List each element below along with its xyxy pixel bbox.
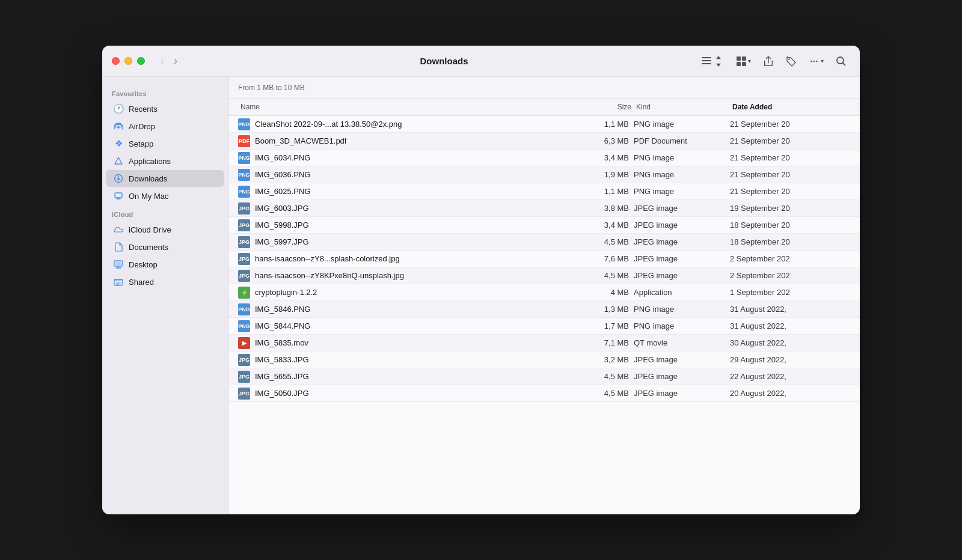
file-name: IMG_6034.PNG [255,153,311,162]
file-type-icon: JPG [238,219,250,231]
sidebar-item-applications[interactable]: Applications [106,153,224,169]
table-row[interactable]: PDF Boom_3D_MACWEB1.pdf 6,3 MB PDF Docum… [228,133,860,150]
table-row[interactable]: JPG hans-isaacson--zY8KPxe8nQ-unsplash.j… [228,267,860,284]
file-name-cell: JPG IMG_5655.JPG [238,371,562,383]
icloud-label: iCloud [102,205,228,221]
file-date: 21 September 20 [730,187,850,196]
sidebar-item-label: Setapp [129,139,153,148]
table-row[interactable]: JPG IMG_5998.JPG 3,4 MB JPEG image 18 Se… [228,217,860,234]
table-row[interactable]: JPG IMG_5833.JPG 3,2 MB JPEG image 29 Au… [228,352,860,368]
sidebar-item-on-my-mac[interactable]: On My Mac [106,187,224,204]
file-name: CleanShot 2022-09-...at 13.38.50@2x.png [255,120,402,129]
file-name-cell: JPG IMG_5997.JPG [238,236,562,248]
table-row[interactable]: JPG IMG_5997.JPG 4,5 MB JPEG image 18 Se… [228,234,860,251]
file-size: 1,3 MB [562,305,634,314]
file-name-cell: PNG IMG_6036.PNG [238,169,562,181]
file-type-icon: PNG [238,186,250,198]
file-kind: Application [634,288,730,297]
sidebar-item-icloud-drive[interactable]: iCloud Drive [106,221,224,238]
table-row[interactable]: PNG IMG_6034.PNG 3,4 MB PNG image 21 Sep… [228,150,860,166]
file-type-icon: PNG [238,152,250,164]
share-button[interactable] [759,53,777,69]
favourites-label: Favourites [102,84,228,100]
recents-icon: 🕐 [113,103,124,114]
col-size-header[interactable]: Size [562,101,634,113]
more-chevron-icon: ▾ [821,58,824,64]
file-name: IMG_5844.PNG [255,321,311,330]
file-size: 4,5 MB [562,271,634,280]
sidebar: Favourites 🕐 Recents AirDrop ❖ [102,77,228,514]
forward-button[interactable]: › [170,53,181,68]
column-headers: Name Size Kind Date Added [228,99,860,116]
file-size: 1,1 MB [562,187,634,196]
file-kind: JPEG image [634,271,730,280]
file-size: 4,5 MB [562,389,634,398]
grid-view-button[interactable]: ▾ [732,53,755,69]
file-name-cell: PNG IMG_5846.PNG [238,303,562,315]
more-button[interactable]: ▾ [805,53,827,69]
traffic-lights [112,57,145,65]
sidebar-item-desktop[interactable]: Desktop [106,256,224,273]
file-name: IMG_5997.JPG [255,237,309,246]
file-date: 2 September 202 [730,271,850,280]
close-button[interactable] [112,57,120,65]
file-name: IMG_5998.JPG [255,221,309,230]
file-name: IMG_5846.PNG [255,305,311,314]
file-type-icon: JPG [238,202,250,215]
col-date-header[interactable]: Date Added [730,101,850,113]
file-type-icon: PNG [238,118,250,130]
list-view-button[interactable] [697,53,728,69]
search-icon [836,56,847,67]
chevron-down-icon: ▾ [748,58,751,64]
file-kind: PNG image [634,305,730,314]
sidebar-item-recents[interactable]: 🕐 Recents [106,100,224,117]
file-date: 20 August 2022, [730,389,850,398]
sidebar-item-airdrop[interactable]: AirDrop [106,118,224,135]
sidebar-item-downloads[interactable]: Downloads [106,170,224,187]
table-row[interactable]: JPG IMG_6003.JPG 3,8 MB JPEG image 19 Se… [228,200,860,217]
table-row[interactable]: ▶ IMG_5835.mov 7,1 MB QT movie 30 August… [228,335,860,352]
file-name-cell: JPG IMG_5833.JPG [238,354,562,366]
table-row[interactable]: PNG CleanShot 2022-09-...at 13.38.50@2x.… [228,116,860,133]
svg-rect-6 [742,62,746,66]
file-name: IMG_5835.mov [255,338,308,347]
table-row[interactable]: PNG IMG_6036.PNG 1,9 MB PNG image 21 Sep… [228,166,860,183]
file-name: hans-isaacson--zY8...splash-colorized.jp… [255,254,400,263]
file-kind: PNG image [634,153,730,162]
table-row[interactable]: JPG IMG_5050.JPG 4,5 MB JPEG image 20 Au… [228,385,860,402]
share-icon [763,56,774,67]
sidebar-item-shared[interactable]: Shared [106,273,224,290]
file-date: 18 September 20 [730,221,850,230]
table-row[interactable]: JPG IMG_5655.JPG 4,5 MB JPEG image 22 Au… [228,368,860,385]
table-row[interactable]: PNG IMG_5844.PNG 1,7 MB PNG image 31 Aug… [228,318,860,335]
file-kind: JPEG image [634,221,730,230]
minimize-button[interactable] [124,57,132,65]
table-row[interactable]: PNG IMG_5846.PNG 1,3 MB PNG image 31 Aug… [228,301,860,318]
file-date: 2 September 202 [730,254,850,263]
file-name-cell: JPG IMG_6003.JPG [238,202,562,215]
col-kind-header[interactable]: Kind [634,101,730,113]
maximize-button[interactable] [137,57,145,65]
file-date: 21 September 20 [730,136,850,145]
tag-button[interactable] [782,53,800,69]
airdrop-icon [113,121,124,132]
sidebar-item-setapp[interactable]: ❖ Setapp [106,135,224,152]
file-kind: JPEG image [634,204,730,213]
back-button[interactable]: ‹ [157,53,168,68]
table-row[interactable]: JPG hans-isaacson--zY8...splash-colorize… [228,251,860,267]
file-name-cell: JPG hans-isaacson--zY8KPxe8nQ-unsplash.j… [238,270,562,282]
sidebar-item-label: Shared [129,278,154,287]
table-row[interactable]: ⚡ cryptoplugin-1.2.2 4 MB Application 1 … [228,284,860,301]
svg-rect-1 [702,60,711,61]
applications-icon [113,156,124,166]
file-size: 4,5 MB [562,237,634,246]
col-name-header[interactable]: Name [238,101,562,113]
file-date: 21 September 20 [730,120,850,129]
file-name-cell: PNG IMG_5844.PNG [238,320,562,332]
table-row[interactable]: PNG IMG_6025.PNG 1,1 MB PNG image 21 Sep… [228,183,860,200]
shared-icon [113,276,124,287]
on-my-mac-icon [113,190,124,201]
sidebar-item-documents[interactable]: Documents [106,239,224,255]
file-kind: JPEG image [634,355,730,364]
search-button[interactable] [832,53,850,69]
